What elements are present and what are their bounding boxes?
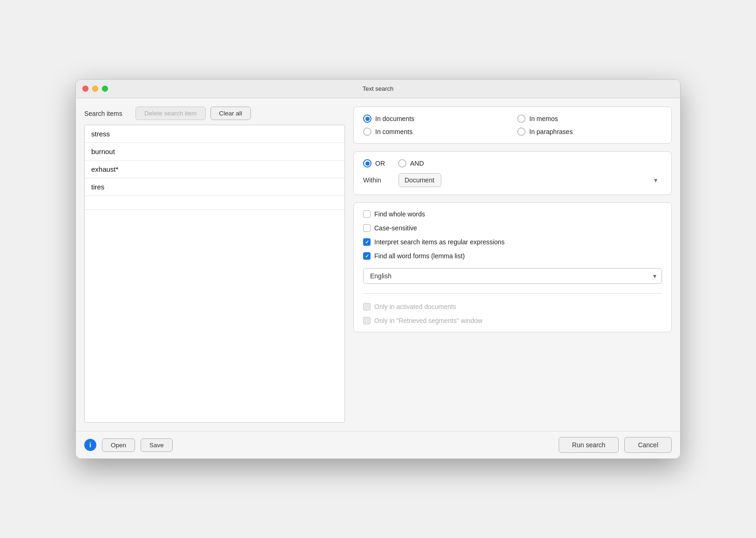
radio-and[interactable]: AND <box>398 159 424 168</box>
run-search-button[interactable]: Run search <box>559 437 619 453</box>
list-item[interactable]: tires <box>85 178 344 196</box>
find-whole-words-checkbox[interactable] <box>363 210 371 218</box>
logic-box: OR AND Within Document Paragraph <box>353 151 672 195</box>
radio-or-btn[interactable] <box>363 159 371 168</box>
checks-section: Find whole words Case-sensitive Interpre… <box>363 210 662 324</box>
search-items-label: Search items <box>84 110 131 117</box>
find-whole-words-label[interactable]: Find whole words <box>363 210 662 218</box>
radio-in-paraphrases[interactable]: In paraphrases <box>517 128 662 136</box>
language-select[interactable]: English German French Spanish <box>363 268 662 284</box>
traffic-lights <box>82 86 108 92</box>
window-bottom: i Open Save Run search Cancel <box>76 431 680 458</box>
options-box: Find whole words Case-sensitive Interpre… <box>353 202 672 332</box>
only-activated-label[interactable]: Only in activated documents <box>363 303 662 310</box>
open-button[interactable]: Open <box>102 438 135 452</box>
within-row: Within Document Paragraph Sentence <box>363 173 662 187</box>
search-items-list: stress burnout exhaust* tires <box>84 125 345 423</box>
or-and-row: OR AND <box>363 159 662 168</box>
only-activated-checkbox[interactable] <box>363 303 371 310</box>
radio-or[interactable]: OR <box>363 159 385 168</box>
radio-in-documents[interactable]: In documents <box>363 114 508 123</box>
find-word-forms-checkbox[interactable] <box>363 252 371 260</box>
delete-search-item-button[interactable]: Delete search item <box>135 107 206 120</box>
window-title: Text search <box>363 85 393 92</box>
only-retrieved-label[interactable]: Only in "Retrieved segments" window <box>363 317 662 324</box>
left-panel: Search items Delete search item Clear al… <box>84 107 345 423</box>
main-window: Text search Search items Delete search i… <box>75 79 681 459</box>
maximize-button[interactable] <box>102 86 108 92</box>
within-select[interactable]: Document Paragraph Sentence <box>398 173 441 187</box>
list-item[interactable]: exhaust* <box>85 161 344 178</box>
clear-all-button[interactable]: Clear all <box>210 107 251 120</box>
close-button[interactable] <box>82 86 88 92</box>
find-word-forms-label[interactable]: Find all word forms (lemma list) <box>363 252 662 260</box>
titlebar: Text search <box>76 80 680 98</box>
radio-in-paraphrases-btn[interactable] <box>517 128 526 136</box>
minimize-button[interactable] <box>92 86 98 92</box>
radio-in-documents-btn[interactable] <box>363 114 371 123</box>
cancel-button[interactable]: Cancel <box>624 437 672 453</box>
search-item-input[interactable] <box>91 199 338 207</box>
main-content: Search items Delete search item Clear al… <box>76 98 680 431</box>
interpret-regex-label[interactable]: Interpret search items as regular expres… <box>363 238 662 246</box>
only-retrieved-checkbox[interactable] <box>363 317 371 324</box>
right-panel: In documents In memos In comments I <box>353 107 672 423</box>
new-search-item-row[interactable] <box>85 196 344 210</box>
search-in-grid: In documents In memos In comments I <box>363 114 662 136</box>
radio-and-btn[interactable] <box>398 159 406 168</box>
radio-in-comments-btn[interactable] <box>363 128 371 136</box>
search-in-box: In documents In memos In comments I <box>353 107 672 144</box>
list-item[interactable]: stress <box>85 125 344 143</box>
within-label: Within <box>363 176 391 184</box>
left-header: Search items Delete search item Clear al… <box>84 107 345 120</box>
save-button[interactable]: Save <box>141 438 173 452</box>
language-dropdown-wrapper: English German French Spanish <box>363 268 662 284</box>
divider <box>363 293 662 294</box>
radio-in-memos-btn[interactable] <box>517 114 526 123</box>
right-bottom-buttons: Run search Cancel <box>559 437 672 453</box>
case-sensitive-checkbox[interactable] <box>363 224 371 232</box>
info-icon[interactable]: i <box>84 439 96 451</box>
radio-in-comments[interactable]: In comments <box>363 128 508 136</box>
radio-in-memos[interactable]: In memos <box>517 114 662 123</box>
case-sensitive-label[interactable]: Case-sensitive <box>363 224 662 232</box>
within-select-wrapper: Document Paragraph Sentence <box>398 173 662 187</box>
interpret-regex-checkbox[interactable] <box>363 238 371 246</box>
list-item[interactable]: burnout <box>85 143 344 161</box>
